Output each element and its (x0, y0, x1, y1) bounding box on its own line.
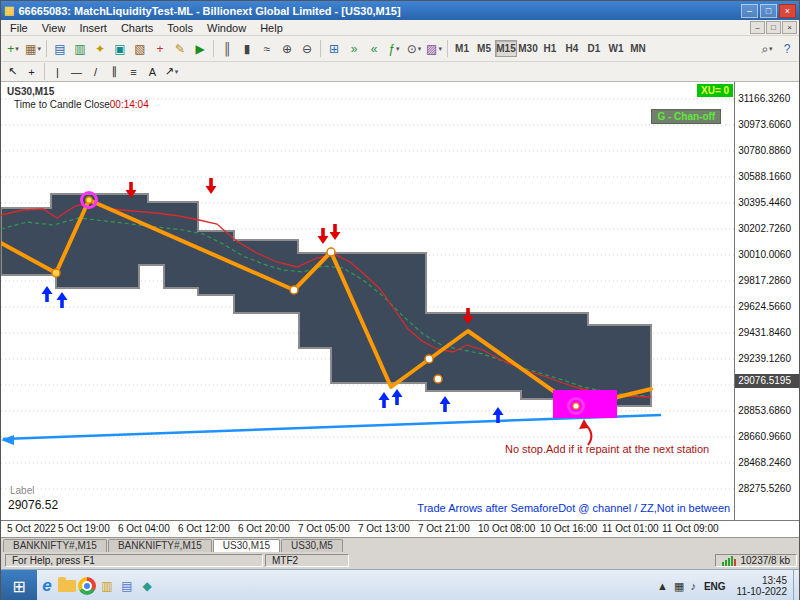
trendline[interactable] (3, 415, 661, 439)
mdi-minimize-button[interactable]: – (750, 21, 765, 34)
profiles-button[interactable]: ▦▾ (23, 39, 43, 59)
cursor-tool-button[interactable]: ↖ (3, 63, 22, 80)
menu-insert[interactable]: Insert (72, 21, 114, 35)
app-window-button[interactable]: ▤ (117, 576, 137, 596)
chart-tab-1[interactable]: BANKNIFTY#,M15 (108, 539, 212, 552)
timeframe-m15[interactable]: M15 (495, 40, 517, 57)
help-button[interactable]: ? (777, 39, 797, 59)
chrome-button[interactable] (77, 576, 97, 596)
sell-arrow-icon[interactable] (206, 178, 217, 194)
semafore-dot[interactable] (290, 286, 298, 294)
show-desktop-button[interactable] (793, 570, 799, 600)
text-tool-button[interactable]: A (143, 63, 162, 80)
periods-button[interactable]: ⊙▾ (404, 39, 424, 59)
channel-toggle-badge[interactable]: G - Chan-off (651, 109, 721, 124)
data-window-button[interactable]: ▥ (70, 39, 90, 59)
trendline-tool-button[interactable]: / (86, 63, 105, 80)
terminal-button[interactable]: ▣ (110, 39, 130, 59)
line-chart-mode-button[interactable]: ≈ (257, 39, 277, 59)
network-icon[interactable]: ▦ (674, 580, 684, 593)
metatrader-1-button[interactable]: ▥ (97, 576, 117, 596)
channel-band[interactable] (1, 194, 651, 406)
autotrading-button[interactable]: ▶ (190, 39, 210, 59)
metatrader-2-icon: ◆ (142, 579, 151, 593)
language-indicator[interactable]: ENG (704, 581, 726, 592)
semafore-dot[interactable] (434, 375, 442, 383)
menu-tools[interactable]: Tools (160, 21, 200, 35)
target-zone-box[interactable] (553, 390, 617, 418)
time-axis[interactable]: 5 Oct 20225 Oct 19:006 Oct 04:006 Oct 12… (1, 520, 799, 537)
semafore-dot[interactable] (425, 355, 433, 363)
timeframe-m1[interactable]: M1 (451, 40, 473, 57)
chart-shift-button[interactable]: « (364, 39, 384, 59)
mdi-close-button[interactable]: × (782, 21, 797, 34)
internet-explorer-button[interactable]: e (37, 576, 57, 596)
close-button[interactable]: × (779, 4, 796, 18)
maximize-button[interactable]: □ (760, 4, 777, 18)
minimize-button[interactable]: – (741, 4, 758, 18)
auto-scroll-button[interactable]: » (344, 39, 364, 59)
chart-tab-0[interactable]: BANKNIFTY#,M15 (3, 539, 107, 552)
price-axis-label: 30010.0060 (738, 249, 791, 260)
semafore-dot[interactable] (86, 197, 92, 203)
semafore-dot[interactable] (327, 248, 335, 256)
chart-tab-2[interactable]: US30,M15 (213, 539, 280, 552)
menu-file[interactable]: File (3, 21, 35, 35)
semafore-dot[interactable] (52, 269, 60, 277)
timeframe-w1[interactable]: W1 (605, 40, 627, 57)
navigator-button[interactable]: ✦ (90, 39, 110, 59)
equidistant-channel-tool-button[interactable]: ∥ (105, 63, 124, 80)
buy-arrow-icon[interactable] (57, 292, 68, 308)
buy-arrow-icon[interactable] (379, 392, 390, 408)
sell-arrow-icon[interactable] (318, 228, 329, 244)
timeframe-h4[interactable]: H4 (561, 40, 583, 57)
buy-arrow-icon[interactable] (440, 396, 451, 412)
new-order-button[interactable]: + (150, 39, 170, 59)
chart-tab-3[interactable]: US30,M5 (281, 539, 343, 552)
timeframe-h1[interactable]: H1 (539, 40, 561, 57)
menu-view[interactable]: View (35, 21, 73, 35)
auto-scroll-icon: » (351, 42, 358, 56)
sell-arrow-icon[interactable] (330, 224, 341, 240)
buy-arrow-icon[interactable] (392, 389, 403, 405)
menu-charts[interactable]: Charts (114, 21, 160, 35)
mdi-restore-button[interactable]: □ (766, 21, 781, 34)
arrows-tool-button[interactable]: ↗▾ (162, 63, 181, 80)
timeframe-mn[interactable]: MN (627, 40, 649, 57)
vertical-line-tool-button[interactable]: | (48, 63, 67, 80)
timeframe-m5[interactable]: M5 (473, 40, 495, 57)
volume-icon[interactable]: ♪ (690, 580, 696, 592)
zoom-out-button[interactable]: ⊖ (297, 39, 317, 59)
menu-window[interactable]: Window (200, 21, 253, 35)
candle-chart-mode-button[interactable]: ▮ (237, 39, 257, 59)
zoom-in-button[interactable]: ⊕ (277, 39, 297, 59)
timeframe-m30[interactable]: M30 (517, 40, 539, 57)
clock-date: 11-10-2022 (737, 586, 787, 597)
price-axis[interactable]: 31166.326030973.606030780.886030588.1660… (734, 82, 799, 520)
market-watch-button[interactable]: ▤ (50, 39, 70, 59)
strategy-tester-button[interactable]: ▧ (130, 39, 150, 59)
hidden-icons-icon[interactable]: ▲ (657, 580, 668, 592)
start-button[interactable]: ⊞ (1, 570, 37, 600)
fibonacci-tool-button[interactable]: ≡ (124, 63, 143, 80)
new-chart-button[interactable]: +▾ (3, 39, 23, 59)
menu-help[interactable]: Help (253, 21, 290, 35)
metaeditor-button[interactable]: ✎ (170, 39, 190, 59)
templates-button[interactable]: ▨▾ (424, 39, 444, 59)
indicators-button[interactable]: ƒ▾ (384, 39, 404, 59)
buy-arrow-icon[interactable] (42, 286, 53, 302)
xu-indicator-badge[interactable]: XU= 0 (697, 84, 733, 97)
file-explorer-button[interactable] (57, 576, 77, 596)
bar-chart-mode-button[interactable]: ║ (217, 39, 237, 59)
crosshair-tool-icon: + (28, 66, 34, 78)
crosshair-tool-button[interactable]: + (22, 63, 41, 80)
tile-windows-button[interactable]: ⊞ (324, 39, 344, 59)
chart-plot[interactable]: US30,M15 Time to Candle Close00:14:04 XU… (1, 82, 734, 520)
taskbar-clock[interactable]: 13:45 11-10-2022 (737, 575, 787, 597)
search-button[interactable]: ⌕▾ (757, 39, 777, 59)
semafore-dot[interactable] (573, 403, 579, 409)
horizontal-line-tool-button[interactable]: — (67, 63, 86, 80)
timeframe-d1[interactable]: D1 (583, 40, 605, 57)
metatrader-2-button[interactable]: ◆ (137, 576, 157, 596)
toolbar-separator (447, 40, 448, 57)
